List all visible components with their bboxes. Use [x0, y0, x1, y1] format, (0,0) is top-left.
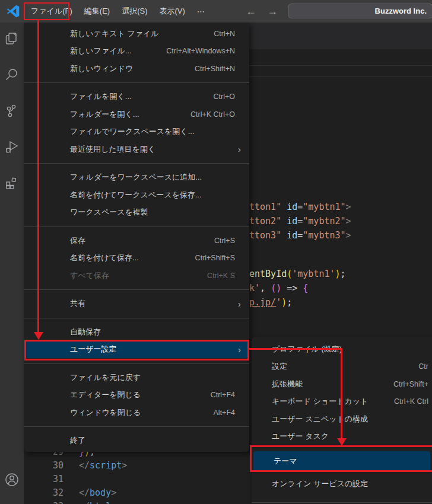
editor-code-block[interactable]: 29});30</script>3132</body>33</html>	[24, 445, 249, 504]
code-token	[281, 202, 287, 212]
code-token: html	[90, 501, 111, 504]
menubar-selection[interactable]: 選択(S)	[116, 0, 153, 23]
menubar-file[interactable]: ファイル(F)	[25, 0, 78, 23]
menu-item-label: 新しいウィンドウ	[70, 63, 133, 74]
menu-item-duplicate-workspace[interactable]: ワークスペースを複製	[24, 204, 249, 222]
menu-item-label: 名前を付けて保存...	[70, 253, 139, 263]
code-token: body	[90, 487, 111, 498]
code-token: k'	[249, 283, 260, 294]
menu-item-share[interactable]: 共有›	[24, 295, 249, 313]
menu-item-revert-file[interactable]: ファイルを元に戻す	[24, 369, 249, 387]
code-token: tton1"	[249, 202, 281, 212]
code-line[interactable]: tton3" id="mybtn3">	[249, 228, 351, 243]
menu-item-save-as[interactable]: 名前を付けて保存...Ctrl+Shift+S	[24, 250, 249, 267]
line-number: 30	[24, 459, 63, 473]
menu-item-label: テーマ	[274, 456, 297, 467]
code-token: "mybtn3"	[303, 230, 345, 241]
menu-item-new-text-file[interactable]: 新しいテキスト ファイルCtrl+N	[24, 25, 249, 43]
menu-item-shortcut: Ctrl+K Ctrl+O	[190, 110, 241, 119]
menubar-edit[interactable]: 編集(E)	[78, 0, 116, 23]
code-token: entById	[249, 269, 287, 279]
menu-item-label: 保存	[70, 235, 85, 246]
window: { "colors":{ "annotation_red":"#e01b24",…	[0, 0, 432, 504]
code-line[interactable]: </script>	[79, 459, 127, 473]
menu-item-new-file[interactable]: 新しいファイル...Ctrl+Alt+Windows+N	[24, 43, 249, 60]
code-token: >	[346, 202, 351, 212]
code-token: tton2"	[249, 216, 281, 227]
account-icon[interactable]	[4, 472, 20, 487]
menu-item-open-folder[interactable]: フォルダーを開く...Ctrl+K Ctrl+O	[24, 106, 249, 123]
submenu-arrow-icon: ›	[238, 345, 241, 354]
menu-item-theme[interactable]: テーマ	[253, 451, 430, 471]
code-token: p.jp/	[249, 297, 276, 308]
menu-separator	[24, 163, 249, 164]
menu-item-user-settings[interactable]: ユーザー設定›	[26, 341, 247, 359]
menu-item-save-workspace-as[interactable]: 名前を付けてワークスペースを保存...	[24, 186, 249, 204]
code-line[interactable]: entById('mybtn1');	[249, 267, 346, 281]
menu-separator	[24, 426, 249, 427]
menu-item-shortcut: Ctrl+F4	[211, 391, 241, 399]
menu-item-label: ファイルを元に戻す	[70, 372, 141, 383]
code-line[interactable]: tton1" id="mybtn1">	[249, 200, 351, 214]
menu-item-open-file[interactable]: ファイルを開く...Ctrl+O	[24, 88, 249, 106]
menu-item-online-services[interactable]: オンライン サービスの設定	[252, 475, 432, 493]
code-line[interactable]: 33</html>	[24, 500, 249, 504]
menu-item-new-window[interactable]: 新しいウィンドウCtrl+Shift+N	[24, 60, 249, 78]
code-token: id	[287, 202, 297, 212]
code-line[interactable]: tton2" id="mybtn2">	[249, 214, 351, 228]
menu-item-save-all[interactable]: すべて保存Ctrl+K S	[24, 267, 249, 285]
menu-item-keyboard-shortcuts[interactable]: キーボード ショートカットCtrl+K Ctrl	[252, 393, 432, 411]
menu-item-exit[interactable]: 終了	[24, 432, 249, 450]
code-token: </	[79, 501, 90, 504]
menu-item-open-recent[interactable]: 最近使用した項目を開く›	[24, 141, 249, 158]
menu-item-close-editor[interactable]: エディターを閉じるCtrl+F4	[24, 387, 249, 404]
code-line[interactable]: 31	[24, 473, 249, 486]
submenu-arrow-icon: ›	[238, 145, 241, 154]
menu-item-add-folder-to-workspace[interactable]: フォルダーをワークスペースに追加...	[24, 169, 249, 187]
menu-separator	[24, 289, 249, 290]
editor-code-block[interactable]: tton1" id="mybtn1">tton2" id="mybtn2">tt…	[249, 200, 351, 243]
menu-item-label: エディターを閉じる	[70, 390, 141, 400]
menu-item-auto-save[interactable]: 自動保存	[24, 323, 249, 341]
menu-item-label: ウィンドウを閉じる	[70, 407, 141, 418]
menu-item-profile[interactable]: プロファイル (既定)	[252, 340, 432, 358]
code-line[interactable]: k', () => {	[249, 281, 346, 295]
code-line[interactable]: 32</body>	[24, 486, 249, 500]
menu-item-label: ユーザー設定	[70, 344, 117, 355]
command-center[interactable]: Buzzword Inc.	[288, 4, 432, 18]
code-token: ;	[341, 269, 346, 279]
nav-forward-icon[interactable]: →	[267, 0, 278, 23]
code-line[interactable]: </body>	[79, 486, 116, 500]
menu-item-extensions[interactable]: 拡張機能Ctrl+Shift+	[252, 375, 432, 393]
nav-back-icon[interactable]: ←	[246, 0, 256, 23]
menu-item-shortcut: Ctrl+Alt+Windows+N	[166, 47, 241, 55]
run-debug-icon[interactable]	[4, 139, 20, 155]
extensions-icon[interactable]	[4, 175, 20, 190]
search-icon[interactable]	[4, 67, 20, 82]
menu-item-open-workspace-from-file[interactable]: ファイルでワークスペースを開く...	[24, 123, 249, 141]
menu-item-user-tasks[interactable]: ユーザー タスク	[252, 428, 432, 446]
window-title: Buzzword Inc.	[375, 7, 427, 15]
code-line[interactable]: </html>	[79, 500, 116, 504]
code-token: >	[122, 460, 127, 471]
menu-item-close-window[interactable]: ウィンドウを閉じるAlt+F4	[24, 404, 249, 422]
menu-item-label: フォルダーを開く...	[70, 109, 139, 120]
user-settings-submenu: プロファイル (既定)設定Ctr拡張機能Ctrl+Shift+キーボード ショー…	[252, 337, 432, 504]
vscode-logo-icon	[6, 4, 20, 18]
code-token: "mybtn1"	[303, 202, 345, 212]
menu-item-shortcut: Ctrl+K S	[207, 272, 241, 280]
line-number: 32	[24, 486, 63, 500]
editor-code-block[interactable]: entById('mybtn1');k', () => {p.jp/');	[249, 267, 346, 310]
code-line[interactable]: p.jp/');	[249, 295, 346, 310]
menu-item-settings[interactable]: 設定Ctr	[252, 358, 432, 376]
line-number: 33	[24, 500, 63, 504]
code-token: 'mybtn1'	[292, 269, 335, 279]
code-line[interactable]: 30</script>	[24, 459, 249, 473]
menubar-more[interactable]: ⋯	[191, 0, 211, 23]
explorer-icon[interactable]	[4, 31, 20, 46]
source-control-icon[interactable]	[4, 103, 20, 119]
menu-item-user-snippets[interactable]: ユーザー スニペットの構成	[252, 410, 432, 428]
editor-tab-bar	[249, 23, 432, 49]
menu-item-save[interactable]: 保存Ctrl+S	[24, 232, 249, 250]
menubar-view[interactable]: 表示(V)	[154, 0, 191, 23]
